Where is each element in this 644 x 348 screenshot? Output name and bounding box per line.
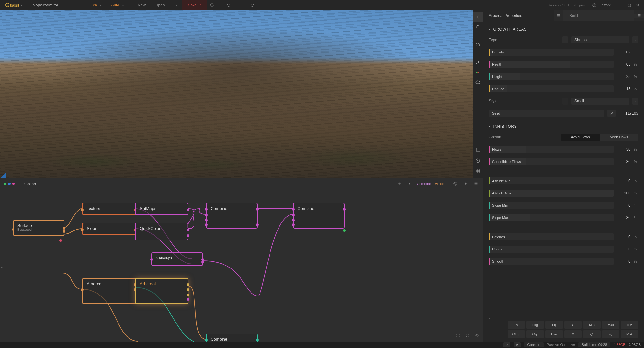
arboreal-link[interactable]: Arboreal xyxy=(435,182,448,186)
node-surface[interactable]: Surface Bypassed xyxy=(13,220,64,236)
atmosphere-icon[interactable] xyxy=(473,12,483,22)
node-quickcolor[interactable]: QuickColor xyxy=(135,223,188,240)
add-node-icon[interactable] xyxy=(396,181,402,187)
seed-field[interactable]: Seed xyxy=(489,110,604,117)
viewport-axis-gizmo[interactable] xyxy=(0,173,6,178)
inv-button[interactable]: Inv xyxy=(621,321,638,329)
person-icon-button[interactable] xyxy=(564,330,582,338)
console-button[interactable]: Console xyxy=(524,342,543,347)
window-minimize[interactable]: — xyxy=(617,2,625,9)
clip-button[interactable]: Clip xyxy=(526,330,544,338)
crop-icon[interactable] xyxy=(473,146,483,155)
open-button[interactable]: Open xyxy=(151,0,181,10)
svg-rect-5 xyxy=(478,72,479,73)
mention-icon[interactable] xyxy=(452,181,459,187)
3d-viewport[interactable] xyxy=(0,10,473,178)
node-combine-3[interactable]: Combine xyxy=(206,334,258,342)
node-combine-2[interactable]: Combine xyxy=(293,203,345,229)
type-prev[interactable]: ‹ xyxy=(562,36,568,43)
lv-button[interactable]: Lv xyxy=(508,321,525,329)
graph-canvas[interactable]: ▸ xyxy=(0,189,483,342)
blur-button[interactable]: Blur xyxy=(545,330,563,338)
seek-flows-toggle[interactable]: Seek Flows xyxy=(600,134,638,141)
seed-link-icon[interactable] xyxy=(607,110,616,117)
sparkle-icon[interactable] xyxy=(475,333,480,339)
node-arboreal-1[interactable]: Arboreal xyxy=(82,278,135,304)
undo-history-icon[interactable] xyxy=(234,1,243,10)
help-icon[interactable] xyxy=(590,1,599,10)
style-prev[interactable]: ‹ xyxy=(562,98,568,105)
node-arboreal-2[interactable]: Arboreal xyxy=(135,278,188,304)
top-bar: Gaea slope-rocks.tor 2k Auto New Open Sa… xyxy=(0,0,644,10)
diff-button[interactable]: Diff xyxy=(564,321,582,329)
edit-icon[interactable] xyxy=(503,342,510,347)
smooth-slider[interactable]: Smooth xyxy=(489,258,614,265)
health-slider[interactable]: Health xyxy=(489,61,614,68)
zoom-dropdown[interactable]: 125% xyxy=(602,3,614,7)
properties-tab-menu[interactable] xyxy=(554,14,564,18)
properties-tab[interactable]: Arboreal Properties xyxy=(483,10,554,21)
type-next[interactable]: › xyxy=(632,36,638,43)
refresh-icon[interactable] xyxy=(465,333,470,339)
denoise-icon-button[interactable] xyxy=(583,330,601,338)
save-button[interactable]: Save• xyxy=(182,0,207,10)
altitude-max-slider[interactable]: Altitude Max xyxy=(489,190,614,197)
footer-expand-handle[interactable]: ▸ xyxy=(489,315,638,321)
clmp-button[interactable]: Clmp xyxy=(508,330,525,338)
preview-mode-dropdown[interactable]: Auto xyxy=(107,0,128,10)
app-logo[interactable]: Gaea xyxy=(3,2,24,9)
undo-icon[interactable] xyxy=(224,1,233,10)
panel-expand-handle[interactable]: ▸ xyxy=(1,266,3,269)
patches-slider[interactable]: Patches xyxy=(489,233,614,240)
frame-icon[interactable] xyxy=(455,333,460,339)
cloud-icon[interactable] xyxy=(473,78,483,88)
2d-view-button[interactable]: 2D xyxy=(473,40,483,50)
build-tab-menu[interactable] xyxy=(634,14,644,18)
style-dropdown[interactable]: Small xyxy=(571,98,629,105)
max-button[interactable]: Max xyxy=(602,321,620,329)
min-button[interactable]: Min xyxy=(583,321,601,329)
window-close[interactable]: ✕ xyxy=(634,2,641,9)
play-icon[interactable] xyxy=(514,342,521,347)
wave-icon-button[interactable] xyxy=(602,330,620,338)
chaos-slider[interactable]: Chaos xyxy=(489,246,614,253)
eq-button[interactable]: Eq xyxy=(545,321,563,329)
type-dropdown[interactable]: Shrubs xyxy=(571,36,629,43)
redo-icon[interactable] xyxy=(248,1,257,10)
resolution-dropdown[interactable]: 2k xyxy=(89,0,106,10)
flows-slider[interactable]: Flows xyxy=(489,146,614,153)
window-maximize[interactable]: ▢ xyxy=(625,2,633,9)
log-button[interactable]: Log xyxy=(526,321,544,329)
lighting-icon[interactable] xyxy=(473,57,483,67)
fire-icon[interactable] xyxy=(462,181,469,187)
altitude-min-slider[interactable]: Altitude Min xyxy=(489,177,614,184)
inhibitors-section[interactable]: INHIBITORS xyxy=(489,121,638,133)
growth-areas-section[interactable]: GROWTH AREAS xyxy=(489,24,638,35)
density-slider[interactable]: Density xyxy=(489,49,614,56)
slope-min-slider[interactable]: Slope Min xyxy=(489,202,614,209)
node-satmaps-2[interactable]: SatMaps xyxy=(151,252,203,266)
node-slope[interactable]: Slope xyxy=(82,223,135,235)
redo-history-icon[interactable] xyxy=(258,1,267,10)
increment-save-icon[interactable] xyxy=(207,1,216,10)
compass-icon[interactable] xyxy=(473,156,483,165)
graph-color-dots[interactable] xyxy=(4,183,15,185)
msk-button[interactable]: Msk xyxy=(621,330,638,338)
slope-max-slider[interactable]: Slope Max xyxy=(489,214,614,221)
consolidate-flows-slider[interactable]: Consolidate Flows xyxy=(489,158,614,165)
new-button[interactable]: New xyxy=(133,0,150,10)
height-slider[interactable]: Height xyxy=(489,73,614,80)
avoid-flows-toggle[interactable]: Avoid Flows xyxy=(561,134,600,141)
combine-link[interactable]: Combine xyxy=(417,182,431,186)
node-combine-1[interactable]: Combine xyxy=(206,203,258,229)
add-node-dropdown-icon[interactable]: ▾ xyxy=(406,181,413,187)
reduce-slider[interactable]: Reduce xyxy=(489,85,614,92)
node-texture[interactable]: Texture xyxy=(82,203,135,215)
node-satmaps-1[interactable]: SatMaps xyxy=(135,203,188,215)
style-next[interactable]: › xyxy=(632,98,638,105)
build-tab[interactable]: Build xyxy=(564,10,634,21)
terrain-view-icon[interactable] xyxy=(473,23,483,32)
palette-icon[interactable] xyxy=(473,68,483,77)
grid-icon[interactable] xyxy=(473,166,483,176)
graph-menu-icon[interactable] xyxy=(473,181,479,187)
